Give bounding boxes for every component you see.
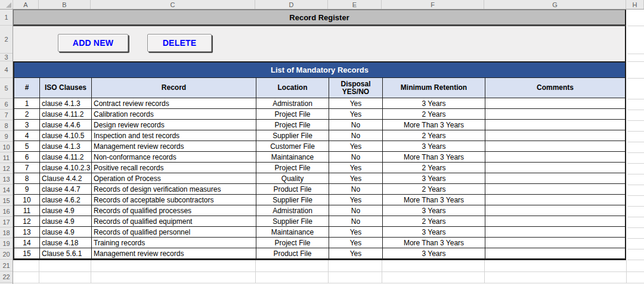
table-banner-cell[interactable]: List of Mandatory Records (14, 63, 625, 78)
row-header-15[interactable]: 15 (0, 195, 13, 206)
cell-record[interactable]: Design review records (92, 120, 256, 130)
cell-minimum-retention[interactable]: 3 Years (383, 141, 485, 152)
cell-iso-clause[interactable]: Clause 5.6.1 (40, 248, 92, 259)
cell-number[interactable]: 2 (14, 109, 40, 120)
cell-comments[interactable] (485, 238, 625, 248)
row-header-7[interactable]: 7 (0, 110, 13, 120)
row-header-22[interactable]: 22 (0, 271, 13, 283)
add-new-button[interactable]: ADD NEW (58, 34, 128, 52)
cell-iso-clause[interactable]: clause 4.4.7 (40, 184, 92, 195)
cell-iso-clause[interactable]: clause 4.18 (40, 238, 92, 248)
cell-comments[interactable] (485, 205, 625, 216)
row-header-6[interactable]: 6 (0, 99, 13, 110)
row-header-4[interactable]: 4 (0, 61, 13, 78)
cell-minimum-retention[interactable]: More Than 3 Years (383, 120, 485, 130)
cell-location[interactable]: Project File (256, 238, 329, 248)
cell-record[interactable]: Records of qualified equipment (92, 216, 256, 227)
cell-location[interactable]: Project File (256, 109, 329, 120)
cell-comments[interactable] (485, 98, 625, 109)
column-header-A[interactable]: A (13, 0, 39, 9)
cell-comments[interactable] (485, 163, 625, 173)
column-header-B[interactable]: B (39, 0, 91, 9)
cell-location[interactable]: Product File (256, 248, 329, 259)
cell-disposal[interactable]: No (329, 152, 383, 163)
cell-record[interactable]: Non-conformance records (92, 152, 256, 163)
cell-disposal[interactable]: No (329, 205, 383, 216)
cell-number[interactable]: 6 (14, 152, 40, 163)
cell-location[interactable]: Maintainance (256, 152, 329, 163)
cell-comments[interactable] (485, 130, 625, 141)
title-bar-cell[interactable]: Record Register (13, 10, 626, 26)
row-header-2[interactable]: 2 (0, 26, 13, 54)
cell-disposal[interactable]: No (329, 184, 383, 195)
cell-comments[interactable] (485, 227, 625, 238)
cell-iso-clause[interactable]: clause 4.9 (40, 205, 92, 216)
row-header-13[interactable]: 13 (0, 174, 13, 185)
header-record[interactable]: Record (92, 78, 256, 98)
cell-record[interactable]: Calibration records (92, 109, 256, 120)
cell-record[interactable]: Training records (92, 238, 256, 248)
row-header-16[interactable]: 16 (0, 206, 13, 217)
cell-disposal[interactable]: Yes (329, 227, 383, 238)
cell-location[interactable]: Supplier File (256, 195, 329, 205)
cell-number[interactable]: 3 (14, 120, 40, 130)
cell-iso-clause[interactable]: clause 4.11.2 (40, 109, 92, 120)
column-header-D[interactable]: D (255, 0, 328, 9)
row-header-19[interactable]: 19 (0, 238, 13, 249)
row-header-21[interactable]: 21 (0, 260, 13, 271)
cell-minimum-retention[interactable]: More Than 3 Years (383, 238, 485, 248)
cell-disposal[interactable]: Yes (329, 248, 383, 259)
delete-button[interactable]: DELETE (147, 34, 212, 52)
cell-number[interactable]: 14 (14, 238, 40, 248)
cell-minimum-retention[interactable]: More Than 3 Years (383, 195, 485, 205)
cell-record[interactable]: Records of design verification measures (92, 184, 256, 195)
row-header-17[interactable]: 17 (0, 217, 13, 227)
header-comments[interactable]: Comments (485, 78, 625, 98)
cell-location[interactable]: Admistration (256, 205, 329, 216)
cell-minimum-retention[interactable]: 2 Years (383, 184, 485, 195)
column-header-C[interactable]: C (91, 0, 255, 9)
cell-disposal[interactable]: No (329, 120, 383, 130)
cell-disposal[interactable]: Yes (329, 98, 383, 109)
column-header-F[interactable]: F (382, 0, 484, 9)
row-header-5[interactable]: 5 (0, 78, 13, 99)
cell-iso-clause[interactable]: clause 4.1.3 (40, 141, 92, 152)
cell-record[interactable]: Management review records (92, 141, 256, 152)
row-header-3[interactable]: 3 (0, 54, 13, 61)
cell-record[interactable]: Operation of Process (92, 173, 256, 184)
cell-minimum-retention[interactable]: 3 Years (383, 98, 485, 109)
cell-record[interactable]: Contract review records (92, 98, 256, 109)
cell-iso-clause[interactable]: clause 4.10.5 (40, 130, 92, 141)
cell-disposal[interactable]: Yes (329, 163, 383, 173)
cell-iso-clause[interactable]: clause 4.1.3 (40, 98, 92, 109)
row-header-12[interactable]: 12 (0, 163, 13, 174)
cell-number[interactable]: 8 (14, 173, 40, 184)
cell-disposal[interactable]: Yes (329, 141, 383, 152)
cell-comments[interactable] (485, 248, 625, 259)
cell-disposal[interactable]: Yes (329, 195, 383, 205)
cell-minimum-retention[interactable]: 2 Years (383, 130, 485, 141)
cell-location[interactable]: Supplier File (256, 130, 329, 141)
header-minimum-retention[interactable]: Minimum Retention (383, 78, 485, 98)
row-header-10[interactable]: 10 (0, 142, 13, 152)
row-header-18[interactable]: 18 (0, 227, 13, 238)
cell-number[interactable]: 15 (14, 248, 40, 259)
cell-location[interactable]: Customer File (256, 141, 329, 152)
cell-minimum-retention[interactable]: 3 Years (383, 205, 485, 216)
cell-comments[interactable] (485, 184, 625, 195)
cell-comments[interactable] (485, 173, 625, 184)
cell-disposal[interactable]: No (329, 216, 383, 227)
cell-disposal[interactable]: No (329, 130, 383, 141)
cell-minimum-retention[interactable]: 3 Years (383, 248, 485, 259)
cell-minimum-retention[interactable]: More Than 3 Years (383, 152, 485, 163)
cell-record[interactable]: Records of qualified processes (92, 205, 256, 216)
cell-location[interactable]: Admistration (256, 98, 329, 109)
cell-number[interactable]: 9 (14, 184, 40, 195)
cell-comments[interactable] (485, 195, 625, 205)
cell-comments[interactable] (485, 152, 625, 163)
cell-location[interactable]: Product File (256, 184, 329, 195)
cell-iso-clause[interactable]: clause 4.9 (40, 216, 92, 227)
cell-iso-clause[interactable]: clause 4.4.6 (40, 120, 92, 130)
cell-record[interactable]: Management review records (92, 248, 256, 259)
header-iso-clauses[interactable]: ISO Clauses (40, 78, 92, 98)
